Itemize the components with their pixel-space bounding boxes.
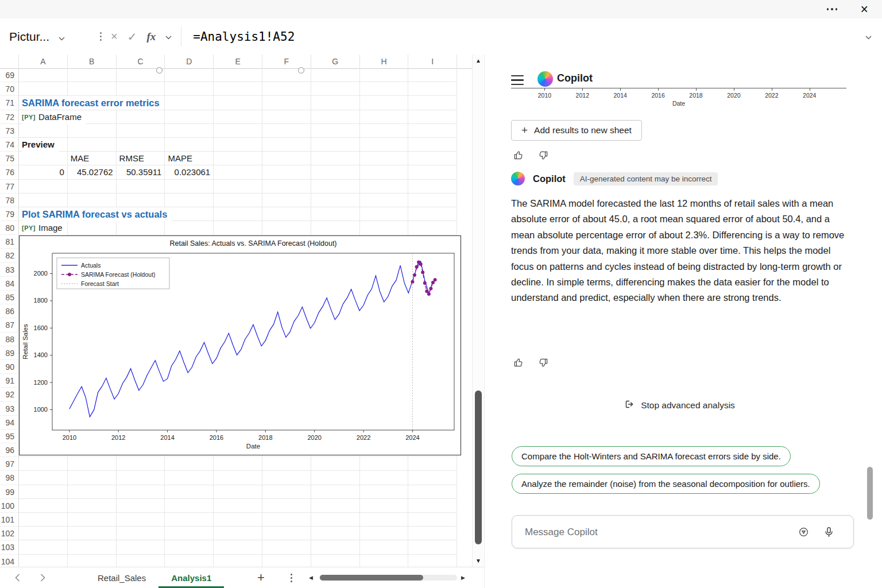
cell-H73[interactable]	[360, 124, 409, 138]
row-header-70[interactable]: 70	[0, 82, 19, 96]
cell-C76[interactable]: 50.35911	[117, 165, 165, 179]
cell-F77[interactable]	[262, 180, 311, 194]
cell-A97[interactable]	[19, 457, 68, 471]
cell-I77[interactable]	[408, 180, 457, 194]
cell-F74[interactable]	[262, 138, 311, 152]
cell-D77[interactable]	[165, 180, 214, 194]
select-all-corner[interactable]	[0, 55, 19, 68]
cell-A71[interactable]: SARIMA forecast error metrics	[19, 96, 68, 110]
cell-H75[interactable]	[360, 152, 409, 165]
cell-D78[interactable]	[165, 194, 214, 207]
cell-E76[interactable]	[214, 165, 262, 179]
cell-A76[interactable]: 0	[19, 165, 68, 179]
cell-E102[interactable]	[214, 527, 262, 540]
cell-G99[interactable]	[311, 485, 360, 499]
cell-H97[interactable]	[360, 457, 409, 471]
row-header-91[interactable]: 91	[0, 374, 19, 388]
column-header-A[interactable]: A	[19, 55, 68, 68]
cell-I78[interactable]	[408, 194, 457, 207]
thumbs-up-icon[interactable]	[513, 150, 524, 161]
vertical-scrollbar-thumb[interactable]	[475, 390, 482, 544]
column-header-E[interactable]: E	[214, 55, 262, 68]
row-header-104[interactable]: 104	[0, 555, 19, 567]
cell-E71[interactable]	[214, 96, 262, 110]
cell-D73[interactable]	[165, 124, 214, 138]
row-header-103[interactable]: 103	[0, 540, 19, 554]
row-header-78[interactable]: 78	[0, 194, 19, 207]
row-header-98[interactable]: 98	[0, 471, 19, 485]
cell-I76[interactable]	[408, 165, 457, 179]
column-header-I[interactable]: I	[408, 55, 457, 68]
row-header-88[interactable]: 88	[0, 332, 19, 346]
row-header-74[interactable]: 74	[0, 138, 19, 152]
cell-G102[interactable]	[311, 527, 360, 540]
cell-C77[interactable]	[117, 180, 165, 194]
cell-B98[interactable]	[68, 471, 117, 485]
cell-D97[interactable]	[165, 457, 214, 471]
cell-I98[interactable]	[408, 471, 457, 485]
formula-input[interactable]: =Analysis1!A52	[181, 30, 865, 44]
cell-G74[interactable]	[311, 138, 360, 152]
cell-C100[interactable]	[117, 499, 165, 513]
scroll-down-icon[interactable]: ▼	[473, 558, 484, 564]
row-header-95[interactable]: 95	[0, 430, 19, 443]
cell-B100[interactable]	[68, 499, 117, 513]
sheet-nav-right-icon[interactable]	[40, 574, 45, 584]
cell-E75[interactable]	[214, 152, 262, 165]
cell-C104[interactable]	[117, 555, 165, 567]
cell-E101[interactable]	[214, 513, 262, 527]
cell-F78[interactable]	[262, 194, 311, 207]
cell-B76[interactable]: 45.02762	[68, 165, 117, 179]
cell-H69[interactable]	[360, 68, 409, 82]
row-header-94[interactable]: 94	[0, 416, 19, 430]
embedded-chart-image[interactable]: Retail Sales: Actuals vs. SARIMA Forecas…	[19, 235, 461, 455]
cell-E73[interactable]	[214, 124, 262, 138]
column-header-F[interactable]: F	[262, 55, 311, 68]
cell-D71[interactable]	[165, 96, 214, 110]
row-header-84[interactable]: 84	[0, 277, 19, 291]
column-header-G[interactable]: G	[311, 55, 360, 68]
row-header-93[interactable]: 93	[0, 402, 19, 416]
cell-C98[interactable]	[117, 471, 165, 485]
cell-A77[interactable]	[19, 180, 68, 194]
cell-B102[interactable]	[68, 527, 117, 540]
cell-A69[interactable]	[19, 68, 68, 82]
row-header-92[interactable]: 92	[0, 388, 19, 401]
sheet-options-icon[interactable]	[291, 574, 292, 582]
insert-function-icon[interactable]: fx	[146, 30, 156, 43]
cell-F103[interactable]	[262, 540, 311, 554]
cell-B97[interactable]	[68, 457, 117, 471]
cell-E80[interactable]	[214, 221, 262, 235]
cell-E100[interactable]	[214, 499, 262, 513]
copilot-scrollbar-thumb[interactable]	[867, 467, 873, 520]
column-header-B[interactable]: B	[68, 55, 117, 68]
cell-H74[interactable]	[360, 138, 409, 152]
cell-D100[interactable]	[165, 499, 214, 513]
cell-E104[interactable]	[214, 555, 262, 567]
hscroll-left-icon[interactable]: ◀	[309, 575, 313, 581]
row-header-90[interactable]: 90	[0, 360, 19, 374]
cell-I97[interactable]	[408, 457, 457, 471]
cell-F101[interactable]	[262, 513, 311, 527]
cell-F97[interactable]	[262, 457, 311, 471]
row-header-101[interactable]: 101	[0, 513, 19, 527]
row-header-75[interactable]: 75	[0, 152, 19, 165]
cell-E99[interactable]	[214, 485, 262, 499]
sheet-nav-left-icon[interactable]	[15, 574, 20, 584]
cell-I99[interactable]	[408, 485, 457, 499]
cell-H71[interactable]	[360, 96, 409, 110]
message-input[interactable]	[524, 516, 779, 549]
cell-C103[interactable]	[117, 540, 165, 554]
cell-D72[interactable]	[165, 110, 214, 124]
row-header-97[interactable]: 97	[0, 457, 19, 471]
cell-B104[interactable]	[68, 555, 117, 567]
cell-G72[interactable]	[311, 110, 360, 124]
cell-E70[interactable]	[214, 82, 262, 96]
cell-I103[interactable]	[408, 540, 457, 554]
cell-E77[interactable]	[214, 180, 262, 194]
cell-F73[interactable]	[262, 124, 311, 138]
cell-G70[interactable]	[311, 82, 360, 96]
scroll-up-icon[interactable]: ▲	[473, 57, 484, 64]
suggestion-pill[interactable]: Compare the Holt-Winters and SARIMA fore…	[512, 446, 791, 466]
cell-F104[interactable]	[262, 555, 311, 567]
